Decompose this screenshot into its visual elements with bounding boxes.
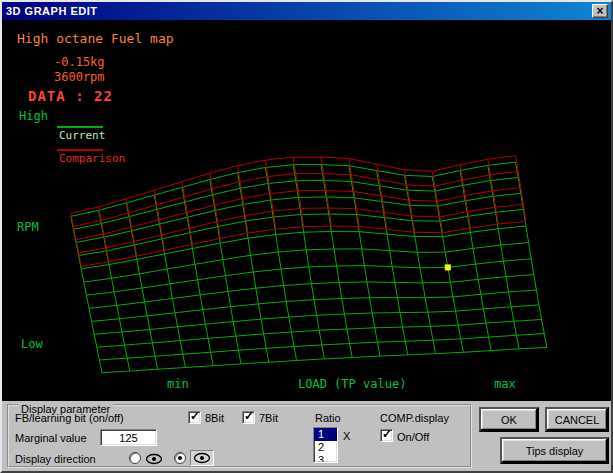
graph-area: High octane Fuel map -0.15kg 3600rpm DAT… <box>2 20 611 401</box>
axis-high-label: High <box>19 109 48 123</box>
marginal-value-label: Marginal value <box>15 432 87 444</box>
weight-value: -0.15kg <box>54 55 105 69</box>
ratio-label: Ratio <box>315 412 341 424</box>
data-value: DATA : 22 <box>28 88 113 104</box>
comp-display-label: COMP.display <box>380 412 449 424</box>
legend-current-line <box>57 126 103 128</box>
ratio-listbox[interactable]: 123 <box>313 427 338 463</box>
direction-radio-1[interactable] <box>129 452 141 464</box>
axis-rpm-label: RPM <box>17 220 39 234</box>
fb-learning-label: FB/learning bit (on/off) <box>15 412 124 424</box>
ratio-option-3[interactable]: 3 <box>314 454 337 463</box>
ratio-option-2[interactable]: 2 <box>314 441 337 454</box>
map-title: High octane Fuel map <box>17 31 174 46</box>
legend-current-label: Current <box>59 129 105 142</box>
mesh-comparison <box>71 156 526 267</box>
view-direction-icon-1[interactable] <box>145 453 163 465</box>
legend-comparison-label: Comparison <box>59 152 125 165</box>
tips-display-button[interactable]: Tips display <box>500 437 609 464</box>
close-icon: × <box>596 5 603 17</box>
marginal-value-input[interactable] <box>100 429 157 446</box>
graph-edit-window: 3D GRAPH EDIT × High octane Fuel map -0.… <box>0 0 613 473</box>
axis-load-label: LOAD (TP value) <box>298 377 406 391</box>
axis-low-label: Low <box>21 337 43 351</box>
window-title: 3D GRAPH EDIT <box>6 5 97 17</box>
checkbox-7bit[interactable] <box>242 411 255 424</box>
axis-min-label: min <box>167 377 189 391</box>
ok-button[interactable]: OK <box>479 407 539 432</box>
checkbox-8bit-label[interactable]: 8Bit <box>205 412 224 424</box>
checkbox-8bit[interactable] <box>188 411 201 424</box>
cancel-button[interactable]: CANCEL <box>545 407 609 432</box>
checkbox-onoff-label[interactable]: On/Off <box>397 431 429 443</box>
view-direction-icon-2 <box>193 452 211 464</box>
screenshot-root: { "titlebar": { "title": "3D GRAPH EDIT"… <box>0 0 613 473</box>
selected-cell-marker[interactable] <box>445 264 451 270</box>
axis-max-label: max <box>494 377 516 391</box>
display-direction-label: Display direction <box>15 453 96 465</box>
direction-radio-2[interactable] <box>174 452 186 464</box>
ratio-option-1[interactable]: 1 <box>314 428 337 441</box>
titlebar[interactable]: 3D GRAPH EDIT × <box>2 2 611 20</box>
checkbox-onoff[interactable] <box>380 429 393 442</box>
rpm-value: 3600rpm <box>54 70 105 84</box>
ratio-multiply-label: X <box>343 430 350 442</box>
checkbox-7bit-label[interactable]: 7Bit <box>259 412 278 424</box>
control-panel: Display parameter FB/learning bit (on/of… <box>2 401 611 471</box>
close-button[interactable]: × <box>592 4 608 18</box>
view-direction-icon-2-box[interactable] <box>190 450 214 466</box>
legend-comparison-line <box>57 149 103 151</box>
